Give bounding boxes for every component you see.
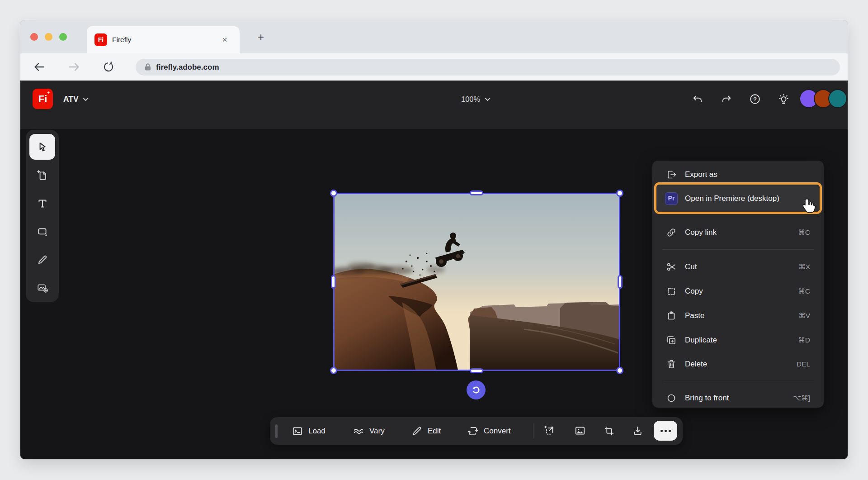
chevron-down-icon [485,97,491,101]
edit-button[interactable]: Edit [411,417,441,445]
menu-item-label: Cut [685,257,697,277]
address-bar[interactable]: firefly.adobe.com [136,59,840,76]
avatar-teal[interactable] [828,89,847,108]
vary-button[interactable]: Vary [353,417,385,445]
shape-tool[interactable] [29,219,55,244]
generative-expand-icon [543,425,555,437]
atv-canyon-image [334,194,619,370]
add-media-tool[interactable] [29,275,55,300]
menu-item-shortcut: DEL [797,354,810,374]
menu-item-label: Delete [685,354,707,374]
menu-item-copy[interactable]: Copy ⌘C [652,281,824,301]
menu-item-copy-link[interactable]: Copy link ⌘C [652,223,824,242]
screenshot-stage: Fi Firefly × + [0,0,868,480]
undo-button[interactable] [689,90,707,108]
menu-item-shortcut: ⌘V [798,306,810,326]
close-window-button[interactable] [30,33,38,41]
back-button[interactable] [33,60,46,74]
menu-item-paste[interactable]: Paste ⌘V [652,306,824,326]
download-button[interactable] [628,422,646,440]
forward-button[interactable] [67,60,81,74]
document-title-dropdown[interactable]: ATV [63,81,89,118]
draw-icon [37,254,48,266]
handle-bottom-right[interactable] [616,367,623,374]
svg-text:?: ? [753,96,757,103]
menu-item-shortcut: ⌘D [798,330,810,350]
more-icon [660,430,663,432]
select-cursor-icon [37,141,48,153]
edit-label: Edit [428,427,441,436]
tab-close-icon[interactable]: × [219,34,231,46]
menu-item-export-as[interactable]: Export as [652,165,824,185]
help-button[interactable]: ? [746,90,764,108]
firefly-logo-icon[interactable]: Fi ✦ [33,89,53,109]
crop-button[interactable] [600,422,618,440]
convert-label: Convert [484,427,511,436]
selected-image[interactable] [334,194,619,370]
minimize-window-button[interactable] [45,33,52,41]
convert-icon [467,425,479,437]
handle-top-left[interactable] [330,190,337,197]
handle-bottom[interactable] [470,368,483,373]
tab-strip: Fi Firefly × + [20,20,848,53]
handle-top-right[interactable] [616,190,623,197]
trash-icon [666,359,677,370]
url-text: firefly.adobe.com [156,59,219,76]
vary-waves-icon [353,425,364,437]
text-icon [37,198,48,209]
bottom-toolbar: Load Vary Edit [270,417,683,445]
download-icon [632,425,643,437]
menu-item-bring-to-front[interactable]: Bring to front ⌥⌘] [652,388,824,408]
zoom-level-dropdown[interactable]: 100% [461,81,491,118]
menu-item-label: Paste [685,306,704,326]
premiere-icon: Pr [665,192,678,205]
browser-toolbar: firefly.adobe.com [20,53,848,81]
new-tab-button[interactable]: + [255,31,267,43]
zoom-window-button[interactable] [59,33,67,41]
menu-item-label: Open in Premiere (desktop) [685,185,779,212]
browser-tab[interactable]: Fi Firefly × [87,26,240,53]
menu-item-shortcut: ⌥⌘] [793,388,810,408]
browser-window: Fi Firefly × + [20,20,848,459]
image-button[interactable] [571,422,589,440]
menu-item-delete[interactable]: Delete DEL [652,354,824,374]
select-tool[interactable] [29,134,55,160]
tool-panel [26,130,59,302]
toolbar-divider [533,423,533,438]
handle-left[interactable] [331,275,336,289]
prompt-icon [292,425,303,437]
context-menu: Export as Pr Open in Premiere (desktop) … [652,161,824,408]
canvas[interactable]: Export as Pr Open in Premiere (desktop) … [20,129,848,459]
draw-tool[interactable] [29,247,55,272]
handle-top[interactable] [470,190,483,195]
lightbulb-button[interactable] [774,90,793,108]
menu-item-cut[interactable]: Cut ⌘X [652,257,824,277]
link-icon [666,227,677,238]
redo-button[interactable] [717,90,736,108]
load-button[interactable]: Load [292,417,326,445]
toolbar-drag-handle[interactable] [275,424,278,438]
handle-bottom-left[interactable] [330,367,337,374]
reload-button[interactable] [102,60,115,74]
page-tool[interactable] [29,162,55,188]
crop-icon [604,425,615,437]
menu-item-shortcut: ⌘C [798,223,810,242]
document-title: ATV [63,95,79,104]
menu-item-open-in-premiere[interactable]: Pr Open in Premiere (desktop) [656,185,820,212]
firefly-app: Fi ✦ ATV 100% ? [20,81,848,459]
export-icon [666,169,677,180]
menu-divider [662,249,814,250]
text-tool[interactable] [29,190,55,216]
rotate-button[interactable] [467,380,486,399]
image-icon [574,425,586,437]
load-label: Load [308,427,326,436]
scissors-icon [666,261,677,272]
more-options-button[interactable] [654,421,677,441]
menu-item-label: Copy [685,281,703,301]
handle-right[interactable] [618,275,623,289]
copy-icon [666,286,677,297]
menu-item-shortcut: ⌘C [798,281,810,301]
generative-expand-button[interactable] [540,422,558,440]
menu-item-duplicate[interactable]: Duplicate ⌘D [652,330,824,350]
convert-button[interactable]: Convert [467,417,511,445]
